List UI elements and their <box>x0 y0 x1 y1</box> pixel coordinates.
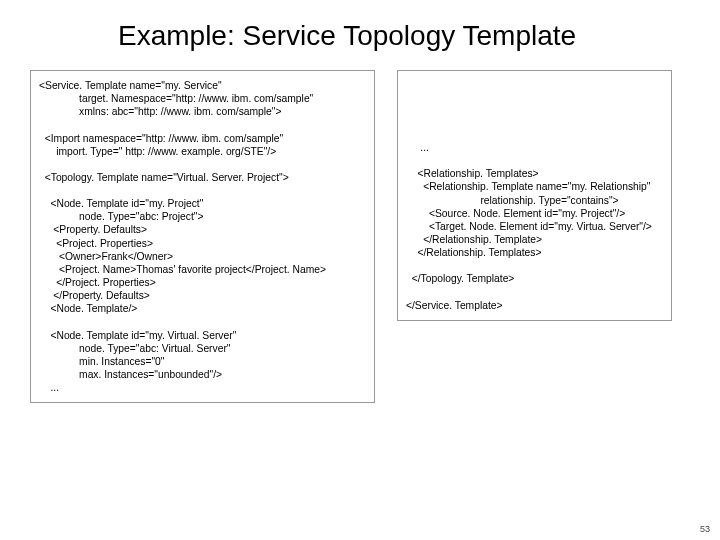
code-line: <Relationship. Templates> <box>406 167 663 180</box>
code-line: relationship. Type="contains"> <box>406 194 663 207</box>
code-line: </Relationship. Template> <box>406 233 663 246</box>
page-number: 53 <box>700 524 710 534</box>
code-line: xmlns: abc="http: //www. ibm. com/sample… <box>39 105 366 118</box>
spacer <box>406 79 663 141</box>
code-line: <Node. Template/> <box>39 302 366 315</box>
code-line: min. Instances="0" <box>39 355 366 368</box>
code-line: </Relationship. Templates> <box>406 246 663 259</box>
blank-line <box>39 158 366 171</box>
code-line: node. Type="abc: Virtual. Server" <box>39 342 366 355</box>
code-block-right: ... <Relationship. Templates> <Relations… <box>397 70 672 321</box>
code-line: ... <box>406 141 663 154</box>
code-line: </Property. Defaults> <box>39 289 366 302</box>
blank-line <box>406 259 663 272</box>
code-line: target. Namespace="http: //www. ibm. com… <box>39 92 366 105</box>
code-line: ... <box>39 381 366 394</box>
code-line: <Import namespace="http: //www. ibm. com… <box>39 132 366 145</box>
code-line: </Service. Template> <box>406 299 663 312</box>
content-columns: <Service. Template name="my. Service" ta… <box>30 70 690 403</box>
code-line: <Target. Node. Element id="my. Virtua. S… <box>406 220 663 233</box>
code-line: <Project. Properties> <box>39 237 366 250</box>
code-line: import. Type=" http: //www. example. org… <box>39 145 366 158</box>
code-line: <Source. Node. Element id="my. Project"/… <box>406 207 663 220</box>
code-line: </Project. Properties> <box>39 276 366 289</box>
code-line: node. Type="abc: Project"> <box>39 210 366 223</box>
code-line: <Property. Defaults> <box>39 223 366 236</box>
code-line: <Node. Template id="my. Virtual. Server" <box>39 329 366 342</box>
code-line: <Service. Template name="my. Service" <box>39 79 366 92</box>
slide: Example: Service Topology Template <Serv… <box>0 0 720 540</box>
code-line: <Owner>Frank</Owner> <box>39 250 366 263</box>
code-line: </Topology. Template> <box>406 272 663 285</box>
blank-line <box>406 154 663 167</box>
blank-line <box>39 119 366 132</box>
blank-line <box>39 316 366 329</box>
code-line: <Project. Name>Thomas' favorite project<… <box>39 263 366 276</box>
code-line: max. Instances="unbounded"/> <box>39 368 366 381</box>
slide-title: Example: Service Topology Template <box>118 20 690 52</box>
code-line: <Topology. Template name="Virtual. Serve… <box>39 171 366 184</box>
code-line: <Relationship. Template name="my. Relati… <box>406 180 663 193</box>
blank-line <box>39 184 366 197</box>
code-block-left: <Service. Template name="my. Service" ta… <box>30 70 375 403</box>
code-line: <Node. Template id="my. Project" <box>39 197 366 210</box>
blank-line <box>406 286 663 299</box>
